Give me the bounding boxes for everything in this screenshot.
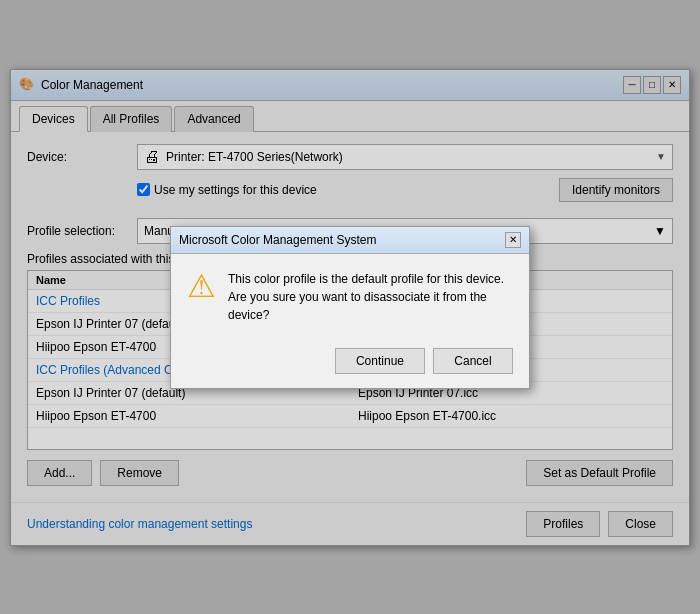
modal-buttons: Continue Cancel (171, 340, 529, 388)
modal-message: This color profile is the default profil… (228, 270, 513, 324)
modal-overlay: Microsoft Color Management System ✕ ⚠ Th… (0, 0, 700, 614)
modal-dialog: Microsoft Color Management System ✕ ⚠ Th… (170, 226, 530, 389)
warning-icon: ⚠ (187, 270, 216, 302)
cancel-button[interactable]: Cancel (433, 348, 513, 374)
modal-title-bar: Microsoft Color Management System ✕ (171, 227, 529, 254)
modal-body: ⚠ This color profile is the default prof… (171, 254, 529, 340)
continue-button[interactable]: Continue (335, 348, 425, 374)
modal-close-button[interactable]: ✕ (505, 232, 521, 248)
modal-title: Microsoft Color Management System (179, 233, 376, 247)
